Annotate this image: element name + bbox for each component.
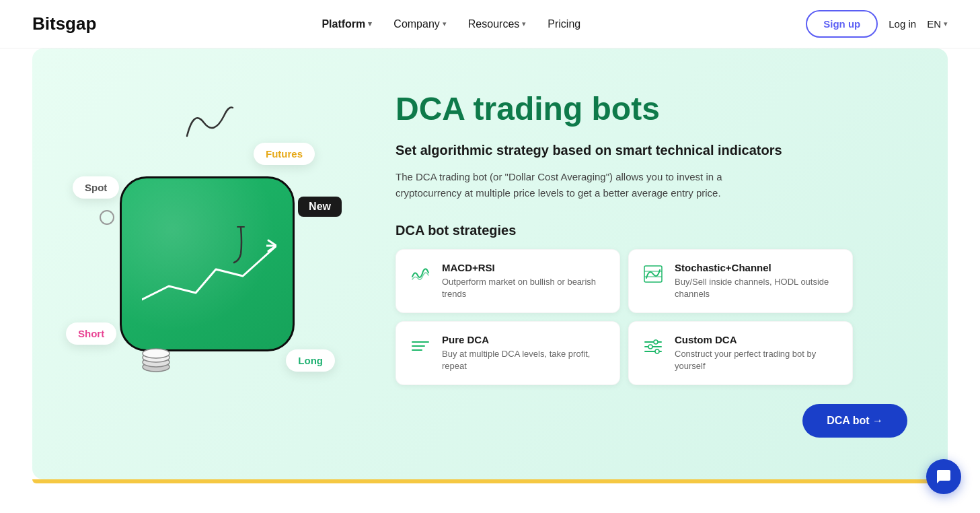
dca-bot-button[interactable]: DCA bot → bbox=[802, 404, 907, 438]
navbar: Bitsgap Platform ▾ Company ▾ Resources ▾… bbox=[0, 0, 980, 48]
hero-section: Futures Spot New Short Long bbox=[32, 48, 948, 479]
lang-chevron-icon: ▾ bbox=[944, 20, 948, 28]
hero-title: DCA trading bots bbox=[395, 90, 907, 127]
pure-dca-icon bbox=[408, 334, 432, 358]
scribble-decoration bbox=[180, 102, 234, 145]
strategy-stochastic-info: Stochastic+Channel Buy/Sell inside chann… bbox=[675, 262, 840, 300]
logo[interactable]: Bitsgap bbox=[32, 13, 96, 34]
company-chevron-icon: ▾ bbox=[443, 20, 447, 28]
svg-point-17 bbox=[655, 349, 659, 353]
new-badge: New bbox=[298, 197, 342, 217]
coin-decoration bbox=[140, 348, 172, 375]
strategy-stochastic[interactable]: Stochastic+Channel Buy/Sell inside chann… bbox=[628, 249, 853, 313]
spot-label: Spot bbox=[73, 176, 119, 199]
language-selector[interactable]: EN ▾ bbox=[927, 18, 948, 30]
futures-label: Futures bbox=[254, 143, 315, 165]
script-j-decoration bbox=[227, 224, 254, 267]
resources-chevron-icon: ▾ bbox=[522, 20, 526, 28]
svg-point-4 bbox=[143, 349, 169, 358]
bottom-accent-bar bbox=[32, 479, 948, 483]
nav-company[interactable]: Company ▾ bbox=[393, 18, 446, 30]
signup-button[interactable]: Sign up bbox=[806, 10, 878, 38]
strategy-custom-dca-info: Custom DCA Construct your perfect tradin… bbox=[675, 334, 840, 372]
platform-chevron-icon: ▾ bbox=[368, 20, 372, 28]
nav-resources[interactable]: Resources ▾ bbox=[468, 18, 526, 30]
chat-icon bbox=[936, 469, 952, 483]
macd-rsi-icon bbox=[408, 262, 432, 286]
nav-links: Platform ▾ Company ▾ Resources ▾ Pricing bbox=[322, 18, 580, 30]
circle-decoration bbox=[100, 210, 114, 225]
strategy-pure-dca-info: Pure DCA Buy at multiple DCA levels, tak… bbox=[442, 334, 607, 372]
short-label: Short bbox=[66, 322, 116, 345]
hero-subtitle: Set algorithmic strategy based on smart … bbox=[395, 141, 907, 160]
svg-point-13 bbox=[654, 340, 658, 344]
stochastic-icon bbox=[641, 262, 665, 286]
custom-dca-icon bbox=[641, 334, 665, 358]
login-button[interactable]: Log in bbox=[889, 18, 916, 30]
nav-platform[interactable]: Platform ▾ bbox=[322, 18, 372, 30]
hero-content: DCA trading bots Set algorithmic strateg… bbox=[382, 48, 948, 479]
nav-actions: Sign up Log in EN ▾ bbox=[806, 10, 948, 38]
chart-card bbox=[120, 176, 295, 351]
strategy-custom-dca[interactable]: Custom DCA Construct your perfect tradin… bbox=[628, 321, 853, 385]
strategy-pure-dca[interactable]: Pure DCA Buy at multiple DCA levels, tak… bbox=[395, 321, 620, 385]
hero-description: The DCA trading bot (or "Dollar Cost Ave… bbox=[395, 169, 772, 201]
strategy-macd-rsi[interactable]: MACD+RSI Outperform market on bullish or… bbox=[395, 249, 620, 313]
hero-illustration: Futures Spot New Short Long bbox=[32, 48, 382, 479]
long-label: Long bbox=[286, 349, 335, 372]
svg-point-15 bbox=[648, 345, 652, 349]
strategies-grid: MACD+RSI Outperform market on bullish or… bbox=[395, 249, 853, 386]
strategies-heading: DCA bot strategies bbox=[395, 223, 907, 238]
nav-pricing[interactable]: Pricing bbox=[548, 18, 580, 30]
strategy-macd-info: MACD+RSI Outperform market on bullish or… bbox=[442, 262, 607, 300]
